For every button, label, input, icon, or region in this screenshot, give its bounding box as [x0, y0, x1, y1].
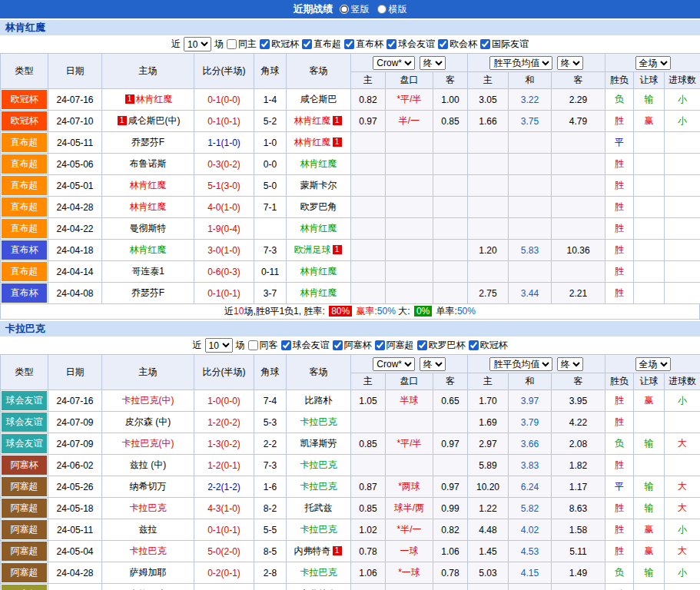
league-checkbox[interactable]: [417, 340, 427, 350]
league-filter-4[interactable]: 欧会杯: [438, 38, 477, 51]
same-venue-filter[interactable]: 同主: [227, 38, 257, 51]
home-team-cell[interactable]: 林肯红魔: [102, 197, 194, 218]
home-team-cell[interactable]: 卡拉巴克(中): [102, 390, 194, 412]
same-venue-checkbox[interactable]: [248, 340, 258, 350]
league-type-badge[interactable]: 阿塞超: [2, 563, 47, 582]
league-checkbox[interactable]: [344, 39, 354, 49]
away-team-cell[interactable]: 林肯红魔1: [287, 111, 351, 132]
league-checkbox[interactable]: [386, 39, 396, 49]
league-checkbox[interactable]: [281, 340, 291, 350]
home-team-cell[interactable]: 兹拉: [102, 519, 194, 541]
away-team-cell[interactable]: 内弗特奇1: [287, 541, 351, 562]
league-filter-4[interactable]: 欧冠杯: [469, 339, 508, 352]
home-team-cell[interactable]: 曼彻斯特: [102, 218, 194, 240]
league-type-badge[interactable]: 阿塞超: [2, 542, 47, 561]
league-filter-1[interactable]: 直布超: [302, 38, 341, 51]
home-team-cell[interactable]: 纳希切万: [102, 476, 194, 498]
home-team-cell[interactable]: 卡拉巴克: [102, 584, 194, 590]
layout-radio-vertical[interactable]: 竖版: [340, 3, 370, 16]
away-team-cell[interactable]: 卡拉巴克: [287, 412, 351, 433]
league-type-badge[interactable]: 直布超: [2, 133, 47, 152]
away-team-cell[interactable]: 林肯红魔: [287, 154, 351, 175]
away-team-cell[interactable]: 托武兹: [287, 498, 351, 519]
away-team-cell[interactable]: 欧罗巴角: [287, 197, 351, 218]
league-type-badge[interactable]: 欧冠杯: [2, 90, 47, 109]
away-team-cell[interactable]: 卡拉巴克: [287, 562, 351, 584]
same-venue-filter[interactable]: 同客: [248, 339, 278, 352]
league-type-badge[interactable]: 直布杯: [2, 283, 47, 303]
same-venue-checkbox[interactable]: [227, 39, 237, 49]
away-team-cell[interactable]: 咸仑斯巴: [287, 89, 351, 111]
away-team-cell[interactable]: 卡拉巴克: [287, 455, 351, 476]
away-team-cell[interactable]: 林肯红魔: [287, 283, 351, 304]
league-type-badge[interactable]: 阿塞杯: [2, 456, 47, 475]
league-type-badge[interactable]: 欧冠杯: [2, 111, 47, 131]
away-team-cell[interactable]: 比路朴: [287, 390, 351, 412]
league-checkbox[interactable]: [375, 340, 385, 350]
league-filter-1[interactable]: 阿塞杯: [333, 339, 372, 352]
league-filter-0[interactable]: 球会友谊: [281, 339, 330, 352]
home-team-cell[interactable]: 卡拉巴克(中): [102, 433, 194, 455]
league-type-badge[interactable]: 直布超: [2, 154, 47, 174]
away-team-cell[interactable]: 卡拉巴克: [287, 519, 351, 541]
league-type-badge[interactable]: 直布超: [2, 219, 47, 238]
league-type-badge[interactable]: 球会友谊: [2, 413, 47, 432]
scope-select[interactable]: 全场: [635, 357, 671, 371]
league-type-badge[interactable]: 直布超: [2, 197, 47, 217]
home-team-cell[interactable]: 萨姆加耶: [102, 562, 194, 584]
away-team-cell[interactable]: 林肯红魔: [287, 261, 351, 283]
europe-odds-select[interactable]: 胜平负均值: [489, 56, 552, 70]
home-team-cell[interactable]: 1林肯红魔: [102, 89, 194, 111]
league-type-badge[interactable]: 阿塞超: [2, 477, 47, 496]
europe-state-select[interactable]: 终: [557, 357, 583, 371]
league-checkbox[interactable]: [480, 39, 490, 49]
home-team-cell[interactable]: 皮尔森 (中): [102, 412, 194, 433]
league-type-badge[interactable]: 阿塞超: [2, 520, 47, 539]
away-team-cell[interactable]: 欧洲足球1: [287, 240, 351, 261]
league-checkbox[interactable]: [333, 340, 343, 350]
league-type-badge[interactable]: 阿塞超: [2, 499, 47, 518]
europe-odds-select[interactable]: 胜平负均值: [489, 357, 552, 371]
league-checkbox[interactable]: [260, 39, 270, 49]
league-type-badge[interactable]: 直布超: [2, 262, 47, 281]
league-type-badge[interactable]: 阿塞杯: [2, 585, 47, 590]
home-team-cell[interactable]: 1咸仑斯巴(中): [102, 111, 194, 132]
league-filter-5[interactable]: 国际友谊: [480, 38, 529, 51]
asia-state-select[interactable]: 终: [420, 357, 446, 371]
home-team-cell[interactable]: 布鲁诺斯: [102, 154, 194, 175]
europe-state-select[interactable]: 终: [557, 56, 583, 70]
league-checkbox[interactable]: [438, 39, 448, 49]
away-team-cell[interactable]: 内弗特奇: [287, 584, 351, 590]
league-checkbox[interactable]: [469, 340, 479, 350]
home-team-cell[interactable]: 林肯红魔: [102, 175, 194, 197]
league-filter-2[interactable]: 直布杯: [344, 38, 383, 51]
asia-state-select[interactable]: 终: [420, 56, 446, 70]
home-team-cell[interactable]: 卡拉巴克: [102, 541, 194, 562]
home-team-cell[interactable]: 卡拉巴克: [102, 498, 194, 519]
match-count-select[interactable]: 10: [184, 37, 211, 51]
home-team-cell[interactable]: 哥连泰1: [102, 261, 194, 283]
away-team-cell[interactable]: 林肯红魔: [287, 218, 351, 240]
away-team-cell[interactable]: 林肯红魔1: [287, 132, 351, 154]
away-team-cell[interactable]: 凯泽斯劳: [287, 433, 351, 455]
home-team-cell[interactable]: 林肯红魔: [102, 240, 194, 261]
league-filter-0[interactable]: 欧冠杯: [260, 38, 299, 51]
layout-radio-input[interactable]: [340, 5, 349, 14]
league-filter-3[interactable]: 欧罗巴杯: [417, 339, 466, 352]
league-type-badge[interactable]: 球会友谊: [2, 391, 47, 410]
match-count-select[interactable]: 10: [205, 338, 233, 353]
scope-select[interactable]: 全场: [635, 56, 671, 70]
league-type-badge[interactable]: 球会友谊: [2, 434, 47, 453]
layout-radio-horizontal[interactable]: 横版: [377, 3, 407, 16]
league-filter-3[interactable]: 球会友谊: [386, 38, 435, 51]
bookmaker-select[interactable]: Crow*: [373, 56, 415, 70]
home-team-cell[interactable]: 兹拉 (中): [102, 455, 194, 476]
away-team-cell[interactable]: 蒙斯卡尔: [287, 175, 351, 197]
league-type-badge[interactable]: 直布杯: [2, 240, 47, 260]
league-filter-2[interactable]: 阿塞超: [375, 339, 414, 352]
league-checkbox[interactable]: [302, 39, 312, 49]
bookmaker-select[interactable]: Crow*: [373, 357, 415, 371]
away-team-cell[interactable]: 卡拉巴克: [287, 476, 351, 498]
home-team-cell[interactable]: 乔瑟芬F: [102, 283, 194, 304]
home-team-cell[interactable]: 乔瑟芬F: [102, 132, 194, 154]
